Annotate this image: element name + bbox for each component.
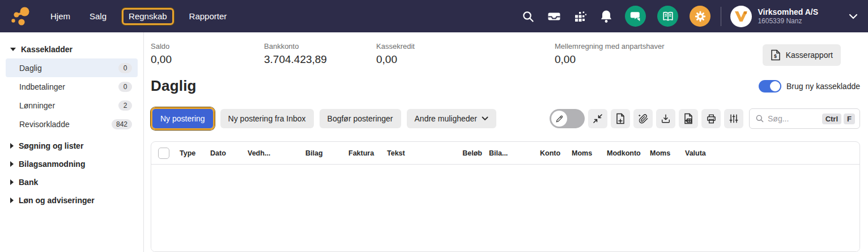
- select-all-checkbox[interactable]: [158, 148, 169, 159]
- collapse-rows-button[interactable]: [588, 109, 607, 128]
- ny-postering-button[interactable]: Ny postering: [152, 109, 213, 128]
- account-summary-row: Saldo 0,00 Bankkonto 3.704.423,89 Kassek…: [151, 32, 860, 66]
- document-dollar-icon: $: [771, 49, 781, 61]
- stat-value: 3.704.423,89: [264, 53, 376, 66]
- column-header-bila[interactable]: Bila...: [486, 149, 537, 157]
- column-header-belob[interactable]: Beløb: [441, 149, 486, 157]
- sidebar-section-bank[interactable]: Bank: [6, 173, 138, 191]
- file-plus-icon: [615, 113, 626, 124]
- sidebar-section-label: Bilagsanmodning: [19, 159, 85, 169]
- table-tools: Ctrl F: [550, 108, 860, 129]
- column-header-konto[interactable]: Konto: [537, 149, 568, 157]
- column-header-faktura[interactable]: Faktura: [345, 149, 384, 157]
- sidebar-section-label: Løn og adviseringer: [19, 196, 95, 205]
- stat-label: Mellemregning med anpartshaver: [555, 42, 763, 51]
- main-content: Saldo 0,00 Bankkonto 3.704.423,89 Kassek…: [144, 32, 868, 252]
- column-header-modkonto[interactable]: Modkonto: [603, 149, 646, 157]
- sidebar-section-lon-og-adviseringer[interactable]: Løn og adviseringer: [6, 191, 138, 209]
- column-header-moms-2[interactable]: Moms: [646, 149, 682, 157]
- app-window: Hjem Salg Regnskab Rapporter: [0, 0, 868, 252]
- stat-bankkonto: Bankkonto 3.704.423,89: [264, 42, 376, 66]
- column-header-bilag[interactable]: Bilag: [302, 149, 345, 157]
- column-header-valuta[interactable]: Valuta: [682, 149, 727, 157]
- search-icon: [755, 114, 764, 123]
- stat-value: 0,00: [376, 53, 555, 66]
- sidebar-item-lonninger[interactable]: Lønninger 2: [6, 96, 138, 115]
- filter-sliders-icon: [729, 114, 739, 124]
- sidebar-item-label: Daglig: [19, 64, 42, 73]
- stat-label: Saldo: [151, 42, 264, 51]
- stat-label: Kassekredit: [376, 42, 555, 51]
- sidebar-section-kassekladder[interactable]: Kassekladder: [6, 40, 138, 58]
- book-icon[interactable]: [657, 6, 678, 27]
- caret-down-icon: [10, 48, 16, 51]
- chat-icon[interactable]: [625, 6, 646, 27]
- sidebar-item-revisorkladde[interactable]: Revisorkladde 842: [6, 115, 138, 133]
- search-icon[interactable]: [521, 9, 535, 24]
- brug-ny-kassekladde-toggle[interactable]: [759, 80, 781, 93]
- regnskab-highlight-annotation: Regnskab: [122, 8, 174, 25]
- shortcut-f-badge: F: [844, 114, 855, 124]
- column-header-type[interactable]: Type: [176, 149, 207, 157]
- ny-postering-fra-inbox-button[interactable]: Ny postering fra Inbox: [220, 109, 314, 128]
- nav-item-regnskab[interactable]: Regnskab: [129, 11, 167, 21]
- printer-icon: [706, 114, 717, 124]
- gear-icon[interactable]: [690, 6, 710, 27]
- account-menu[interactable]: Virksomhed A/S 1605339 Nanz: [730, 6, 818, 27]
- export-spreadsheet-button[interactable]: [679, 109, 698, 128]
- caret-right-icon: [10, 143, 14, 149]
- sidebar-section-sogning-og-lister[interactable]: Søgning og lister: [6, 137, 138, 155]
- caret-right-icon: [10, 161, 14, 167]
- bell-icon[interactable]: [599, 9, 614, 24]
- company-name: Virksomhed A/S: [758, 7, 818, 17]
- column-settings-button[interactable]: [724, 109, 743, 128]
- column-header-moms[interactable]: Moms: [568, 149, 603, 157]
- table-search: Ctrl F: [749, 108, 860, 129]
- chevron-down-icon[interactable]: [849, 14, 858, 19]
- company-subtitle: 1605339 Nanz: [758, 17, 818, 25]
- sidebar-section-bilagsanmodning[interactable]: Bilagsanmodning: [6, 155, 138, 173]
- shortcut-ctrl-badge: Ctrl: [822, 114, 841, 124]
- company-avatar: [730, 6, 752, 27]
- stat-kassekredit: Kassekredit 0,00: [376, 42, 555, 66]
- sidebar-section-label: Kassekladder: [21, 45, 73, 54]
- nav-item-salg[interactable]: Salg: [90, 7, 107, 26]
- bogfor-posteringer-button[interactable]: Bogfør posteringer: [320, 109, 401, 128]
- sidebar-item-label: Indbetalinger: [19, 82, 65, 91]
- new-kassekladde-toggle-group: Brug ny kassekladde: [759, 80, 860, 93]
- attachment-icon: [638, 114, 649, 124]
- economic-logo-icon[interactable]: [8, 4, 33, 29]
- kasserapport-label: Kasserapport: [786, 51, 833, 60]
- inbox-icon[interactable]: [547, 9, 561, 24]
- sidebar: Kassekladder Daglig 0 Indbetalinger 0 Lø…: [0, 32, 144, 252]
- sidebar-item-daglig[interactable]: Daglig 0: [6, 58, 138, 77]
- nav-item-hjem[interactable]: Hjem: [50, 7, 70, 26]
- attach-file-button[interactable]: [633, 109, 653, 128]
- caret-right-icon: [10, 198, 14, 203]
- stat-label: Bankkonto: [264, 42, 376, 51]
- download-button[interactable]: [656, 109, 675, 128]
- kasserapport-button[interactable]: $ Kasserapport: [763, 44, 841, 66]
- count-badge: 0: [118, 63, 132, 73]
- sidebar-item-label: Lønninger: [19, 101, 55, 110]
- nav-item-rapporter[interactable]: Rapporter: [189, 7, 227, 26]
- column-header-tekst[interactable]: Tekst: [384, 149, 441, 157]
- table-body-empty: [151, 165, 860, 251]
- table-header-row: Type Dato Vedh... Bilag Faktura Tekst Be…: [151, 142, 860, 165]
- count-badge: 2: [118, 100, 132, 111]
- edit-mode-toggle[interactable]: [550, 109, 585, 128]
- new-document-button[interactable]: [611, 109, 630, 128]
- sidebar-section-label: Bank: [19, 178, 38, 187]
- pencil-icon: [555, 115, 564, 123]
- column-header-dato[interactable]: Dato: [207, 149, 244, 157]
- search-input[interactable]: [768, 114, 820, 123]
- apps-grid-icon[interactable]: [573, 9, 588, 24]
- andre-muligheder-dropdown[interactable]: Andre muligheder: [407, 109, 497, 128]
- sidebar-item-indbetalinger[interactable]: Indbetalinger 0: [6, 77, 138, 96]
- top-navigation-bar: Hjem Salg Regnskab Rapporter: [0, 0, 868, 32]
- print-button[interactable]: [701, 109, 721, 128]
- main-nav: Hjem Salg Regnskab Rapporter: [41, 7, 236, 26]
- column-header-vedh[interactable]: Vedh...: [244, 149, 302, 157]
- postings-table: Type Dato Vedh... Bilag Faktura Tekst Be…: [151, 141, 860, 252]
- count-badge: 842: [112, 119, 132, 129]
